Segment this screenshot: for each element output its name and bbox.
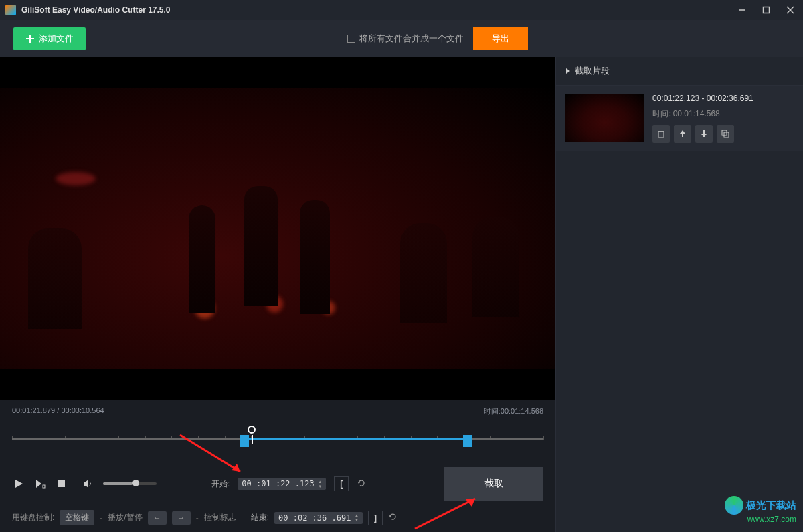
set-start-bracket-button[interactable]: [ xyxy=(334,476,349,491)
volume-icon[interactable] xyxy=(82,477,95,491)
move-down-button[interactable] xyxy=(695,125,713,143)
svg-rect-9 xyxy=(58,480,65,487)
delete-clip-button[interactable] xyxy=(652,125,670,143)
app-title: GiliSoft Easy Video/Audio Cutter 17.5.0 xyxy=(21,5,735,15)
kb-play-pause: 播放/暂停 xyxy=(108,512,142,523)
selection-range xyxy=(240,438,467,440)
clip-thumbnail xyxy=(565,94,644,142)
title-bar: GiliSoft Easy Video/Audio Cutter 17.5.0 xyxy=(0,0,803,20)
volume-slider[interactable] xyxy=(103,482,157,485)
move-up-button[interactable] xyxy=(674,125,691,143)
clips-header[interactable]: 截取片段 xyxy=(556,57,803,86)
chevron-right-icon xyxy=(565,68,571,74)
watermark: 极光下载站 www.xz7.com xyxy=(725,496,796,524)
svg-marker-18 xyxy=(680,130,685,137)
kb-ctrl-marks: 控制标志 xyxy=(204,512,236,523)
end-label: 结束: xyxy=(251,512,269,523)
reset-end-button[interactable] xyxy=(388,512,397,523)
add-file-button[interactable]: 添加文件 xyxy=(13,27,86,50)
stop-button[interactable] xyxy=(55,477,68,491)
minimize-button[interactable] xyxy=(735,3,749,17)
duration-label: 时间: xyxy=(484,407,501,415)
cut-button[interactable]: 截取 xyxy=(444,467,543,501)
play-segment-button[interactable] xyxy=(33,477,47,491)
play-button[interactable] xyxy=(12,477,25,491)
kb-label: 用键盘控制: xyxy=(12,512,54,523)
main-toolbar: 添加文件 将所有文件合并成一个文件 导出 xyxy=(0,20,803,57)
merge-label: 将所有文件合并成一个文件 xyxy=(359,33,464,45)
duration-value: 00:01:14.568 xyxy=(501,407,543,415)
maximize-button[interactable] xyxy=(759,3,774,17)
watermark-url: www.xz7.com xyxy=(725,515,796,524)
checkbox-icon xyxy=(347,35,355,43)
svg-marker-10 xyxy=(84,480,88,488)
svg-marker-6 xyxy=(15,480,23,488)
plus-icon xyxy=(25,34,35,43)
svg-marker-7 xyxy=(36,480,41,488)
svg-marker-13 xyxy=(566,68,570,74)
start-time-input[interactable]: ▲▼ xyxy=(238,478,326,490)
end-time-input[interactable]: ▲▼ xyxy=(274,512,363,524)
start-label: 开始: xyxy=(211,478,230,490)
playhead[interactable] xyxy=(248,426,256,434)
clips-panel: 截取片段 00:01:22.123 - 00:02:36.691 时间: 00:… xyxy=(555,57,803,532)
video-preview[interactable] xyxy=(0,57,555,400)
svg-marker-19 xyxy=(701,130,707,137)
app-icon xyxy=(5,5,16,15)
copy-clip-button[interactable] xyxy=(717,125,734,143)
selection-start-handle[interactable] xyxy=(240,435,249,447)
svg-rect-8 xyxy=(43,485,45,488)
watermark-text: 极光下载站 xyxy=(746,499,796,512)
svg-rect-14 xyxy=(658,132,664,137)
export-button[interactable]: 导出 xyxy=(473,27,528,50)
left-panel: 00:01:21.879 / 00:03:10.564 时间:00:01:14.… xyxy=(0,57,555,532)
watermark-icon xyxy=(725,496,743,515)
kb-space-key: 空格键 xyxy=(60,510,94,525)
svg-rect-1 xyxy=(764,7,770,13)
reset-start-button[interactable] xyxy=(357,478,366,490)
merge-checkbox[interactable]: 将所有文件合并成一个文件 xyxy=(347,33,464,45)
kb-left-key: ← xyxy=(148,511,167,525)
add-file-label: 添加文件 xyxy=(39,33,74,45)
timeline[interactable] xyxy=(12,430,543,456)
close-button[interactable] xyxy=(783,3,798,17)
set-end-bracket-button[interactable]: ] xyxy=(368,511,383,525)
current-time: 00:01:21.879 xyxy=(12,406,55,414)
kb-right-key: → xyxy=(172,511,191,525)
clip-time-range: 00:01:22.123 - 00:02:36.691 xyxy=(652,94,794,103)
total-time: 00:03:10.564 xyxy=(61,406,104,414)
clip-item[interactable]: 00:01:22.123 - 00:02:36.691 时间: 00:01:14… xyxy=(556,86,803,151)
selection-end-handle[interactable] xyxy=(463,435,472,447)
